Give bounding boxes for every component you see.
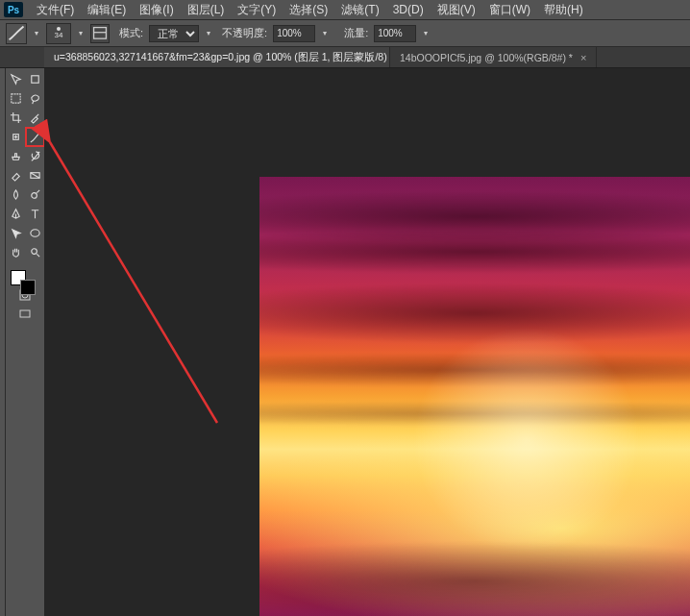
path-select-tool[interactable]: [7, 224, 25, 242]
menu-view[interactable]: 视图(V): [431, 0, 481, 20]
menu-file[interactable]: 文件(F): [31, 0, 80, 20]
brush-preset-picker[interactable]: 34: [46, 23, 71, 44]
chevron-down-icon[interactable]: ▾: [321, 29, 329, 37]
svg-point-8: [31, 249, 37, 255]
svg-rect-11: [20, 310, 30, 317]
background-swatch[interactable]: [20, 280, 36, 295]
options-bar: ▾ 34 ▾ 模式: 正常 ▾ 不透明度: ▾ 流量: ▾: [0, 20, 690, 47]
zoom-tool[interactable]: [26, 243, 44, 261]
document-tab[interactable]: u=368856023,327141667&fm=23&gp=0.jpg @ 1…: [44, 47, 390, 67]
brush-tool[interactable]: [26, 128, 44, 146]
brush-size-value: 34: [55, 31, 63, 39]
move-tool[interactable]: [7, 70, 25, 88]
dodge-tool[interactable]: [26, 185, 44, 204]
lasso-tool[interactable]: [26, 89, 44, 108]
opacity-field[interactable]: [273, 25, 315, 42]
menu-window[interactable]: 窗口(W): [483, 0, 536, 20]
tools-panel: [0, 68, 44, 616]
history-brush-tool[interactable]: [26, 147, 44, 165]
type-tool[interactable]: [26, 205, 44, 223]
document-tab-label: u=368856023,327141667&fm=23&gp=0.jpg @ 1…: [54, 51, 390, 64]
menu-help[interactable]: 帮助(H): [538, 0, 589, 20]
screen-mode-icon: [18, 308, 32, 321]
shape-tool[interactable]: [26, 224, 44, 242]
svg-rect-0: [94, 27, 107, 38]
brush-panel-icon: [91, 25, 109, 42]
screen-mode-toggle[interactable]: [16, 305, 35, 323]
eyedropper-tool[interactable]: [26, 109, 44, 127]
marquee-tool[interactable]: [7, 89, 25, 108]
pen-tool[interactable]: [7, 205, 25, 223]
menubar: Ps 文件(F) 编辑(E) 图像(I) 图层(L) 文字(Y) 选择(S) 滤…: [0, 0, 690, 20]
document-tabstrip: u=368856023,327141667&fm=23&gp=0.jpg @ 1…: [0, 47, 690, 68]
app-badge: Ps: [4, 2, 23, 17]
menu-layer[interactable]: 图层(L): [182, 0, 231, 20]
clone-stamp-tool[interactable]: [7, 147, 25, 165]
crop-tool[interactable]: [7, 109, 25, 127]
document-canvas[interactable]: [259, 177, 690, 616]
eraser-tool[interactable]: [7, 166, 25, 185]
svg-rect-3: [11, 94, 19, 103]
canvas-area[interactable]: [44, 68, 690, 616]
chevron-down-icon[interactable]: ▾: [33, 29, 40, 37]
menu-edit[interactable]: 编辑(E): [82, 0, 132, 20]
close-icon[interactable]: ×: [580, 52, 586, 63]
color-swatches[interactable]: [7, 268, 44, 299]
menu-3d[interactable]: 3D(D): [387, 1, 430, 18]
gradient-tool[interactable]: [26, 166, 44, 185]
image-content: [259, 177, 690, 616]
blur-tool[interactable]: [7, 185, 25, 204]
chevron-down-icon[interactable]: ▾: [205, 29, 212, 37]
tool-preset-picker[interactable]: [6, 23, 27, 44]
document-tab[interactable]: 14bOOOPICf5.jpg @ 100%(RGB/8#) * ×: [390, 47, 597, 67]
brush-stroke-icon: [7, 24, 26, 43]
svg-rect-2: [31, 76, 37, 83]
brush-panel-toggle[interactable]: [90, 24, 110, 43]
flow-label: 流量:: [344, 26, 368, 40]
menu-image[interactable]: 图像(I): [134, 0, 179, 20]
document-tab-label: 14bOOOPICf5.jpg @ 100%(RGB/8#) *: [400, 52, 573, 63]
menu-filter[interactable]: 滤镜(T): [335, 0, 384, 20]
opacity-label: 不透明度:: [222, 26, 267, 40]
svg-point-6: [31, 193, 37, 199]
svg-point-7: [30, 230, 38, 236]
hand-tool[interactable]: [7, 243, 25, 261]
menu-type[interactable]: 文字(Y): [232, 0, 282, 20]
blend-mode-select[interactable]: 正常: [149, 25, 199, 42]
artboard-tool[interactable]: [26, 70, 44, 88]
spot-heal-tool[interactable]: [7, 128, 25, 146]
menu-select[interactable]: 选择(S): [283, 0, 333, 20]
chevron-down-icon[interactable]: ▾: [77, 29, 85, 37]
mode-label: 模式:: [119, 26, 143, 40]
flow-field[interactable]: [374, 25, 416, 42]
chevron-down-icon[interactable]: ▾: [422, 29, 430, 37]
